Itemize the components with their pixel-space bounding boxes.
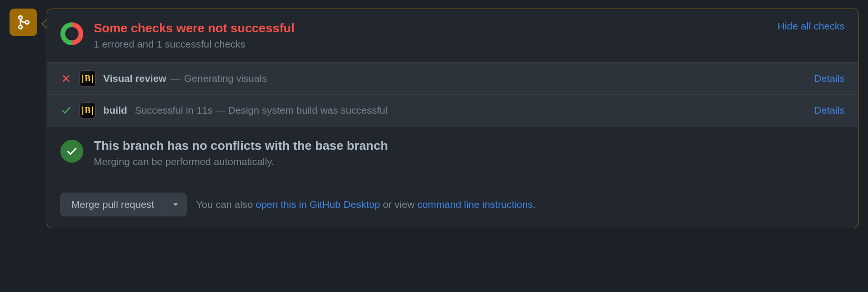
check-separator: — (170, 73, 180, 84)
checks-header: Some checks were not successful 1 errore… (47, 9, 858, 62)
conflicts-subtitle: Merging can be performed automatically. (94, 156, 388, 167)
svg-point-0 (19, 16, 22, 19)
merge-button-group: Merge pull request (60, 193, 187, 216)
check-description: Successful in 11s — Design system build … (135, 105, 387, 116)
conflicts-title: This branch has no conflicts with the ba… (94, 138, 388, 154)
check-text: build Successful in 11s — Design system … (103, 105, 807, 116)
merge-action-section: Merge pull request You can also open thi… (47, 181, 858, 228)
timeline-merge-badge (10, 9, 37, 36)
check-description: Generating visuals (184, 73, 267, 84)
git-merge-icon (16, 15, 31, 30)
checks-status-title: Some checks were not successful (94, 20, 767, 37)
help-mid: or view (380, 199, 417, 210)
svg-point-1 (19, 25, 22, 29)
conflicts-section: This branch has no conflicts with the ba… (47, 126, 858, 181)
check-row: B build Successful in 11s — Design syste… (47, 94, 858, 126)
check-details-link[interactable]: Details (814, 73, 845, 84)
check-name: Visual review (103, 73, 167, 84)
checks-status-subtitle: 1 errored and 1 successful checks (94, 39, 767, 50)
success-circle-icon (60, 140, 83, 163)
check-icon (60, 106, 72, 115)
merge-pull-request-button[interactable]: Merge pull request (61, 193, 165, 216)
app-avatar-icon: B (79, 102, 96, 118)
checks-header-text: Some checks were not successful 1 errore… (94, 20, 767, 50)
conflicts-text: This branch has no conflicts with the ba… (94, 138, 388, 167)
svg-point-2 (25, 20, 29, 24)
x-icon (60, 74, 72, 83)
check-row: B Visual review — Generating visuals Det… (47, 62, 858, 94)
help-suffix: . (533, 199, 536, 210)
status-donut-icon (60, 22, 83, 45)
app-avatar-icon: B (79, 70, 96, 87)
check-text: Visual review — Generating visuals (103, 73, 807, 84)
chevron-down-icon (173, 202, 178, 207)
merge-help-text: You can also open this in GitHub Desktop… (196, 199, 536, 210)
help-prefix: You can also (196, 199, 256, 210)
merge-status-box: Some checks were not successful 1 errore… (47, 9, 858, 228)
check-details-link[interactable]: Details (814, 105, 845, 116)
command-line-instructions-link[interactable]: command line instructions (417, 199, 533, 210)
open-github-desktop-link[interactable]: open this in GitHub Desktop (256, 199, 380, 210)
check-name: build (103, 105, 127, 116)
hide-all-checks-link[interactable]: Hide all checks (778, 20, 845, 32)
merge-dropdown-button[interactable] (165, 193, 186, 216)
